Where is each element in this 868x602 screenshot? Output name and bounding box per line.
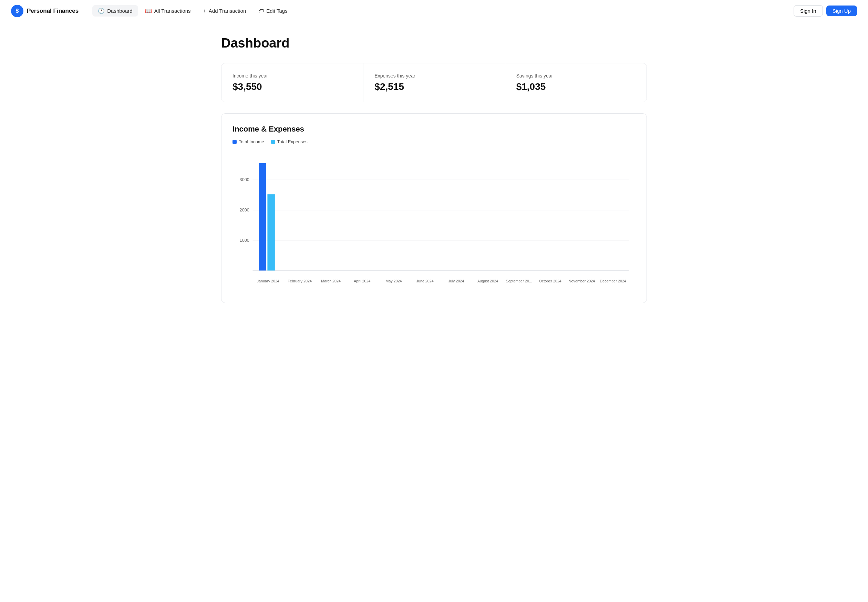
bar-expenses-jan <box>267 194 275 270</box>
svg-text:June 2024: June 2024 <box>416 279 434 283</box>
legend-expenses: Total Expenses <box>271 139 307 144</box>
nav-item-add-transaction[interactable]: + Add Transaction <box>198 6 252 17</box>
svg-text:March 2024: March 2024 <box>321 279 341 283</box>
signup-button[interactable]: Sign Up <box>827 6 857 16</box>
income-value: $3,550 <box>232 81 352 92</box>
income-card: Income this year $3,550 <box>221 63 363 102</box>
nav-label-add-transaction: Add Transaction <box>209 8 246 14</box>
dashboard-icon: 🕐 <box>98 8 105 14</box>
chart-legend: Total Income Total Expenses <box>232 139 636 144</box>
page-title: Dashboard <box>221 36 647 51</box>
income-dot <box>232 140 237 144</box>
nav-label-dashboard: Dashboard <box>107 8 132 14</box>
chart-title: Income & Expenses <box>232 125 636 134</box>
svg-text:September 20...: September 20... <box>506 279 532 283</box>
bar-chart: 3000 2000 1000 January 2024 February 202… <box>232 151 636 296</box>
svg-text:1000: 1000 <box>240 238 249 243</box>
signin-button[interactable]: Sign In <box>794 5 823 17</box>
svg-text:2000: 2000 <box>240 208 249 212</box>
legend-income-label: Total Income <box>239 139 264 144</box>
legend-income: Total Income <box>232 139 264 144</box>
tag-icon: 🏷 <box>258 8 264 14</box>
nav-item-edit-tags[interactable]: 🏷 Edit Tags <box>253 6 293 17</box>
nav-label-all-transactions: All Transactions <box>154 8 191 14</box>
svg-text:May 2024: May 2024 <box>386 279 402 283</box>
navbar: $ Personal Finances 🕐 Dashboard 📖 All Tr… <box>0 0 868 22</box>
brand[interactable]: $ Personal Finances <box>11 5 78 17</box>
svg-text:January 2024: January 2024 <box>257 279 280 283</box>
expenses-card: Expenses this year $2,515 <box>363 63 505 102</box>
nav-auth: Sign In Sign Up <box>794 5 857 17</box>
income-label: Income this year <box>232 73 352 78</box>
chart-section: Income & Expenses Total Income Total Exp… <box>221 113 647 303</box>
plus-icon: + <box>203 8 206 14</box>
svg-text:November 2024: November 2024 <box>569 279 595 283</box>
svg-text:October 2024: October 2024 <box>539 279 561 283</box>
nav-items: 🕐 Dashboard 📖 All Transactions + Add Tra… <box>92 5 791 17</box>
svg-text:August 2024: August 2024 <box>478 279 498 283</box>
savings-value: $1,035 <box>516 81 636 92</box>
svg-text:December 2024: December 2024 <box>600 279 626 283</box>
book-icon: 📖 <box>145 8 152 14</box>
expenses-label: Expenses this year <box>375 73 493 78</box>
svg-text:July 2024: July 2024 <box>448 279 464 283</box>
expenses-dot <box>271 140 275 144</box>
chart-container: 3000 2000 1000 January 2024 February 202… <box>232 151 636 296</box>
nav-item-all-transactions[interactable]: 📖 All Transactions <box>140 5 196 17</box>
brand-name: Personal Finances <box>27 8 78 14</box>
savings-label: Savings this year <box>516 73 636 78</box>
svg-text:February 2024: February 2024 <box>287 279 312 283</box>
nav-label-edit-tags: Edit Tags <box>266 8 287 14</box>
summary-cards: Income this year $3,550 Expenses this ye… <box>221 63 647 102</box>
legend-expenses-label: Total Expenses <box>277 139 307 144</box>
brand-icon: $ <box>11 5 23 17</box>
bar-income-jan <box>259 163 266 271</box>
savings-card: Savings this year $1,035 <box>505 63 647 102</box>
expenses-value: $2,515 <box>375 81 493 92</box>
nav-item-dashboard[interactable]: 🕐 Dashboard <box>92 5 138 17</box>
svg-text:3000: 3000 <box>240 177 249 182</box>
main-content: Dashboard Income this year $3,550 Expens… <box>210 22 658 317</box>
svg-text:April 2024: April 2024 <box>354 279 370 283</box>
